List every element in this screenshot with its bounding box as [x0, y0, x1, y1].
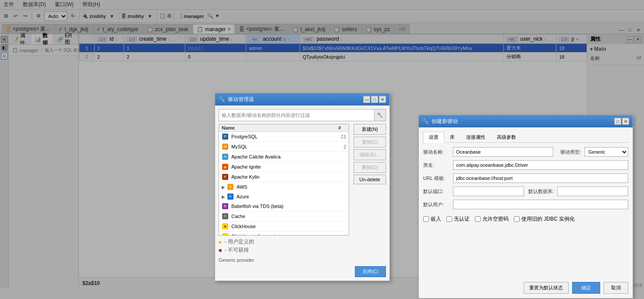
- app-container: 文件 数据库(D) 窗口(W) 帮助(H) ⊞ ↩ ↪ ⚙ Auto ↻ 🔌 z…: [0, 0, 644, 299]
- driver-search-input[interactable]: [219, 111, 374, 119]
- modal-overlay: 🔧 驱动管理器 — □ ✕ 🔧: [0, 0, 644, 299]
- create-driver-content: 设置 库 连接属性 高级参数 驱动名称: 驱动类型: Generic 类名:: [419, 127, 633, 298]
- create-driver-icon: 🔧: [422, 118, 429, 124]
- driver-name-kylin: Apache Kylin: [231, 174, 346, 179]
- driver-type-label: 驱动类型:: [557, 149, 581, 155]
- aws-arrow-icon: ▶: [222, 185, 225, 190]
- default-db-label: 默认数据库:: [527, 188, 554, 195]
- cancel-btn[interactable]: 取消: [604, 282, 628, 294]
- checkbox-embedded[interactable]: 嵌入: [423, 215, 441, 223]
- driver-name-clickhouse-legacy: ClickHouse (Legacy): [231, 234, 346, 236]
- url-template-input[interactable]: [453, 173, 628, 183]
- aws-icon: A: [227, 183, 234, 190]
- empty-pwd-checkbox[interactable]: [475, 216, 481, 222]
- driver-edit-btn[interactable]: 编辑(E)...: [354, 149, 386, 160]
- driver-item-postgresql[interactable]: P PostgreSQL 21: [219, 132, 349, 142]
- driver-group-azure[interactable]: ▶ A Azure: [219, 192, 349, 201]
- driver-name-cache: Cache: [231, 214, 346, 219]
- create-driver-title: 创建新驱动: [432, 118, 458, 125]
- form-row-port-db: 默认端口: 默认数据库:: [423, 186, 628, 196]
- no-auth-checkbox[interactable]: [446, 216, 452, 222]
- driver-count-postgresql: 21: [333, 134, 346, 139]
- class-name-input[interactable]: [453, 160, 628, 170]
- legacy-jdbc-label: 使用旧的 JDBC 实例化: [521, 215, 575, 223]
- driver-name-clickhouse: ClickHouse: [231, 224, 346, 229]
- driver-manager-title: 驱动管理器: [228, 96, 254, 103]
- driver-undelete-btn[interactable]: Un-delete: [354, 175, 386, 184]
- create-driver-maximize-btn[interactable]: □: [614, 118, 621, 125]
- form-row-class-name: 类名:: [423, 160, 628, 170]
- create-driver-close-btn[interactable]: ✕: [622, 118, 629, 125]
- driver-list-header: Name #: [219, 124, 349, 132]
- kylin-icon: K: [222, 173, 229, 180]
- checkbox-empty-pwd[interactable]: 允许空密码: [475, 215, 509, 223]
- driver-name-calcite: Apache Calcite Avatica: [231, 154, 333, 159]
- babel-icon: B: [222, 203, 229, 210]
- driver-footer: ● - 用户定义的 ■ - 不可获得 Generic provider: [219, 238, 386, 263]
- driver-group-aws[interactable]: ▶ A AWS: [219, 182, 349, 192]
- create-tab-settings[interactable]: 设置: [423, 132, 444, 143]
- driver-manager-icon: 🔧: [219, 96, 225, 102]
- create-driver-tabs: 设置 库 连接属性 高级参数: [423, 132, 628, 143]
- reset-btn[interactable]: 重置为默认状态: [524, 282, 569, 294]
- legacy-jdbc-checkbox[interactable]: [514, 216, 520, 222]
- ok-btn[interactable]: 确定: [572, 282, 600, 294]
- driver-delete-btn[interactable]: 删除(D): [354, 162, 386, 173]
- driver-manager-close-btn[interactable]: ✕: [379, 96, 386, 103]
- legend-user-label: - 用户定义的: [224, 238, 254, 246]
- cache-icon: C: [222, 213, 229, 220]
- azure-arrow-icon: ▶: [222, 194, 225, 199]
- pg-icon: P: [222, 133, 229, 140]
- driver-manager-titlebar: 🔧 驱动管理器 — □ ✕: [215, 93, 389, 106]
- default-port-input[interactable]: [453, 186, 524, 196]
- driver-footer-text: Generic provider: [219, 256, 386, 263]
- driver-name-aws: AWS: [237, 184, 346, 190]
- default-db-input[interactable]: [557, 186, 628, 196]
- driver-list: Name # P PostgreSQL 21 M MySQL: [219, 124, 349, 236]
- create-tab-advanced[interactable]: 高级参数: [491, 132, 522, 142]
- mysql-icon: M: [222, 143, 229, 150]
- driver-item-calcite[interactable]: A Apache Calcite Avatica: [219, 152, 349, 162]
- driver-manager-minimize-btn[interactable]: —: [363, 96, 370, 103]
- driver-item-clickhouse-legacy[interactable]: ▲ ClickHouse (Legacy): [219, 232, 349, 236]
- driver-search-icon[interactable]: 🔧: [374, 109, 386, 121]
- driver-name-ignite: Apache Ignite: [231, 164, 346, 169]
- form-row-driver-name: 驱动名称: 驱动类型: Generic: [423, 147, 628, 157]
- driver-type-select[interactable]: Generic: [584, 147, 628, 157]
- create-driver-titlebar: 🔧 创建新驱动 □ ✕: [419, 115, 633, 127]
- driver-copy-btn[interactable]: 复制(C): [354, 137, 386, 148]
- empty-pwd-label: 允许空密码: [482, 215, 509, 223]
- driver-item-kylin[interactable]: K Apache Kylin: [219, 172, 349, 182]
- embedded-label: 嵌入: [431, 215, 441, 223]
- driver-name-label: 驱动名称:: [423, 149, 449, 155]
- driver-close-btn[interactable]: 关闭(C): [355, 266, 386, 277]
- create-tab-conn-props[interactable]: 连接属性: [460, 132, 491, 142]
- create-tab-library[interactable]: 库: [444, 132, 460, 142]
- legend-unavail-dot: ■: [219, 247, 222, 253]
- driver-list-container: Name # P PostgreSQL 21 M MySQL: [219, 124, 386, 236]
- driver-manager-dialog: 🔧 驱动管理器 — □ ✕ 🔧: [215, 93, 390, 281]
- driver-manager-maximize-btn[interactable]: □: [371, 96, 378, 103]
- default-user-input[interactable]: [453, 200, 628, 209]
- driver-item-ignite[interactable]: 🔥 Apache Ignite: [219, 162, 349, 172]
- checkbox-row: 嵌入 无认证 允许空密码 使用旧的 JDBC 实例化: [423, 215, 628, 223]
- ignite-icon: 🔥: [222, 163, 229, 170]
- driver-item-mysql[interactable]: M MySQL 2: [219, 142, 349, 152]
- no-auth-label: 无认证: [454, 215, 470, 223]
- driver-name-azure: Azure: [237, 194, 346, 199]
- checkbox-legacy-jdbc[interactable]: 使用旧的 JDBC 实例化: [514, 215, 575, 223]
- embedded-checkbox[interactable]: [423, 216, 429, 222]
- driver-name-input[interactable]: [453, 147, 553, 157]
- driver-action-buttons: 新建(N) 复制(C) 编辑(E)... 删除(D) Un-delete: [352, 124, 386, 236]
- driver-new-btn[interactable]: 新建(N): [354, 124, 386, 135]
- driver-manager-title-left: 🔧 驱动管理器: [219, 96, 254, 103]
- default-port-label: 默认端口:: [423, 188, 449, 195]
- driver-item-clickhouse[interactable]: ▲ ClickHouse: [219, 222, 349, 232]
- driver-item-cache[interactable]: C Cache: [219, 211, 349, 222]
- driver-name-postgresql: PostgreSQL: [231, 134, 333, 139]
- driver-bottom-buttons: 关闭(C): [219, 266, 386, 277]
- ch-legacy-icon: ▲: [222, 233, 229, 236]
- driver-item-babelfish[interactable]: B Babelfish via TDS (beta): [219, 201, 349, 211]
- checkbox-no-auth[interactable]: 无认证: [446, 215, 470, 223]
- driver-manager-title-btns: — □ ✕: [363, 96, 386, 103]
